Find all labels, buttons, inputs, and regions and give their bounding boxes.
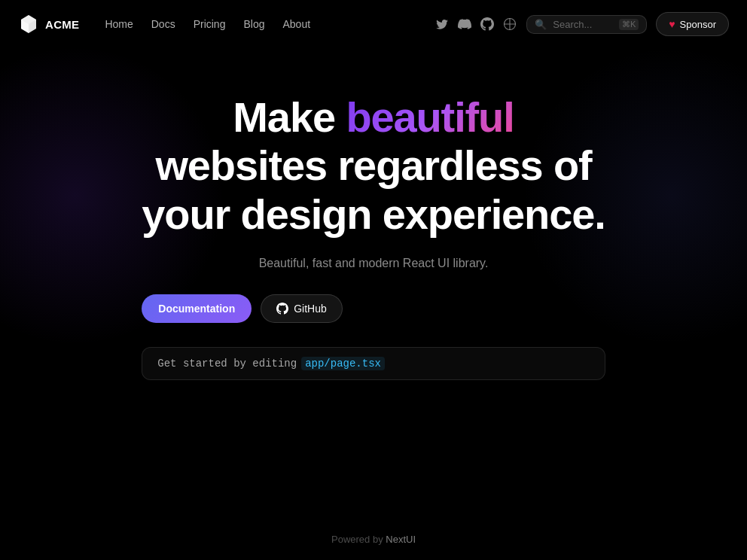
hero-section: Make beautiful websites regardless of yo… <box>0 48 747 410</box>
hero-buttons: Documentation GitHub <box>142 294 605 323</box>
heart-icon: ♥ <box>669 18 675 30</box>
footer-prefix: Powered by <box>331 534 386 545</box>
hero-title-line1: Make beautiful <box>142 93 605 142</box>
navbar: ACME Home Docs Pricing Blog About <box>0 0 747 48</box>
hero-title-line2: websites regardless of <box>142 142 605 190</box>
nav-link-pricing[interactable]: Pricing <box>186 14 233 35</box>
search-placeholder: Search... <box>553 19 613 30</box>
search-shortcut: ⌘K <box>619 19 639 30</box>
nav-left: ACME Home Docs Pricing Blog About <box>18 14 318 35</box>
nav-link-home[interactable]: Home <box>97 14 140 35</box>
nav-link-docs[interactable]: Docs <box>144 14 183 35</box>
github-button-label: GitHub <box>294 303 327 315</box>
hero-title-line3: your design experience. <box>142 190 605 239</box>
nav-icons <box>434 17 517 32</box>
sponsor-label: Sponsor <box>680 19 716 30</box>
code-highlight: app/page.tsx <box>301 357 385 370</box>
code-prefix: Get started by editing <box>157 358 297 370</box>
github-button[interactable]: GitHub <box>261 294 343 323</box>
hero-subtitle: Beautiful, fast and modern React UI libr… <box>142 257 605 270</box>
brand-name: ACME <box>45 18 79 31</box>
brand-logo-link[interactable]: ACME <box>18 14 79 35</box>
nav-link-about[interactable]: About <box>275 14 318 35</box>
github-nav-icon[interactable] <box>480 17 495 32</box>
footer-link[interactable]: NextUI <box>386 534 416 545</box>
search-box[interactable]: 🔍 Search... ⌘K <box>526 15 647 34</box>
search-icon: 🔍 <box>535 19 547 30</box>
brand-logo-icon <box>18 14 39 35</box>
nav-right: 🔍 Search... ⌘K ♥ Sponsor <box>434 12 729 36</box>
sponsor-button[interactable]: ♥ Sponsor <box>656 12 729 36</box>
discord-icon[interactable] <box>457 17 472 32</box>
hero-title-prefix: Make <box>233 93 346 141</box>
nav-link-blog[interactable]: Blog <box>236 14 272 35</box>
documentation-button[interactable]: Documentation <box>142 294 252 323</box>
hero-title: Make beautiful websites regardless of yo… <box>142 93 605 239</box>
hero-title-beautiful: beautiful <box>346 93 514 141</box>
hero-content: Make beautiful websites regardless of yo… <box>142 93 605 380</box>
github-button-icon <box>276 303 288 315</box>
nav-links: Home Docs Pricing Blog About <box>97 14 318 35</box>
theme-toggle-icon[interactable] <box>502 17 517 32</box>
code-snippet: Get started by editing app/page.tsx <box>142 347 605 380</box>
footer: Powered by NextUI <box>0 534 747 545</box>
twitter-icon[interactable] <box>434 17 450 32</box>
